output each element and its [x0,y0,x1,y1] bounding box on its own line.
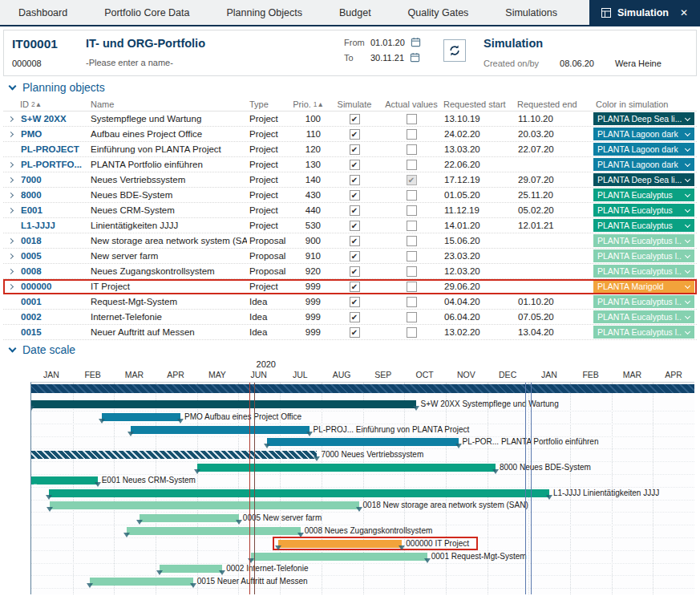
color-in-simulation-dropdown[interactable]: PLANTA Eucalyptus [593,189,694,201]
planning-row-l1-jjjj[interactable]: L1-JJJJLinientätigkeiten JJJJProject530✔… [3,218,697,233]
actual-values-checkbox[interactable] [407,297,417,307]
color-in-simulation-dropdown[interactable]: PLANTA Eucalyptus [593,204,694,217]
simulate-checkbox[interactable]: ✔ [350,327,360,338]
planning-row-7000[interactable]: 7000Neues VertriebssystemProject140✔✔17.… [3,172,697,188]
planning-row-pl-project[interactable]: PL-PROJECTEinführung von PLANTA ProjectP… [3,142,697,157]
object-id-link[interactable]: 0005 [18,251,88,261]
planning-row-000000[interactable]: 000000IT ProjectProject999✔29.06.20PLANT… [3,279,697,294]
actual-values-checkbox[interactable] [407,221,417,231]
expand-chevron-icon[interactable] [3,285,18,289]
simulate-checkbox[interactable]: ✔ [350,129,360,140]
color-in-simulation-dropdown[interactable]: PLANTA Eucalyptus l... [593,326,694,339]
simulate-checkbox[interactable]: ✔ [350,266,360,277]
actual-values-checkbox[interactable] [407,327,417,338]
planning-row-e001[interactable]: E001Neues CRM-SystemProject440✔11.12.190… [3,203,697,218]
gantt-bar-0015[interactable] [90,578,193,586]
expand-chevron-icon[interactable] [3,209,18,213]
simulate-checkbox[interactable]: ✔ [350,312,360,322]
simulate-checkbox[interactable]: ✔ [350,190,360,201]
actual-values-checkbox[interactable] [407,114,417,124]
actual-values-checkbox[interactable] [407,236,417,246]
simulate-checkbox[interactable]: ✔ [350,251,360,262]
object-id-link[interactable]: L1-JJJJ [18,221,88,230]
calendar-icon[interactable] [411,37,421,47]
color-in-simulation-dropdown[interactable]: PLANTA Deep Sea li... [593,112,694,125]
nav-tab-dashboard[interactable]: Dashboard [0,0,86,25]
simulate-checkbox[interactable]: ✔ [350,282,360,292]
planning-row-8000[interactable]: 8000Neues BDE-SystemProject430✔01.05.202… [3,188,697,203]
column-header-reqstart[interactable]: Requested start [441,99,515,109]
actual-values-checkbox[interactable] [407,282,417,292]
expand-chevron-icon[interactable] [3,239,18,243]
column-header-simulate[interactable]: Simulate [327,99,382,109]
timescale-bar[interactable] [31,384,694,393]
nav-tab-simulation-active[interactable]: Simulation ✕ [589,0,700,25]
column-header-id[interactable]: ID2▲ [18,99,88,109]
planning-row-0005[interactable]: 0005New server farmProposal910✔23.03.20P… [3,249,697,264]
object-id-link[interactable]: 0015 [18,327,88,337]
column-header-prio[interactable]: Prio.1▲ [293,99,327,109]
color-in-simulation-dropdown[interactable]: PLANTA Lagoon dark [593,158,694,171]
column-header-actual[interactable]: Actual values [382,99,441,109]
actual-values-checkbox[interactable] [407,190,417,201]
nav-tab-quality-gates[interactable]: Quality Gates [390,0,488,25]
planning-row-s-w-20xx[interactable]: S+W 20XXSystempflege und WartungProject1… [3,111,697,127]
color-in-simulation-dropdown[interactable]: PLANTA Eucalyptus l... [593,295,694,308]
gantt-bar-s-w-20xx[interactable] [31,400,416,408]
expand-chevron-icon[interactable] [3,254,18,258]
object-id-link[interactable]: E001 [18,205,88,215]
nav-tab-budget[interactable]: Budget [321,0,390,25]
expand-chevron-icon[interactable] [3,163,18,167]
expand-chevron-icon[interactable] [3,132,18,136]
expand-chevron-icon[interactable] [3,117,18,121]
column-header-reqend[interactable]: Requested end [515,99,593,109]
gantt-bar-l1-jjjj[interactable] [49,489,549,497]
simulate-checkbox[interactable]: ✔ [350,114,360,124]
actual-values-checkbox[interactable]: ✔ [407,175,417,185]
gantt-bar-pl-portfolio[interactable] [267,438,458,446]
gantt-bar-pmo[interactable] [102,413,180,421]
column-header-color[interactable]: Color in simulation [593,99,696,109]
actual-values-checkbox[interactable] [407,251,417,262]
color-in-simulation-dropdown[interactable]: PLANTA Eucalyptus l... [593,249,694,262]
planning-row-pmo[interactable]: PMOAufbau eines Project OfficeProject110… [3,127,697,142]
expand-chevron-icon[interactable] [3,270,18,274]
column-header-name[interactable]: Name [88,99,247,109]
gantt-bar-0008[interactable] [127,527,301,535]
simulate-checkbox[interactable]: ✔ [350,160,360,170]
nav-tab-portfolio-core-data[interactable]: Portfolio Core Data [86,0,208,25]
gantt-bar-000000[interactable] [278,540,403,548]
nav-tab-simulations[interactable]: Simulations [487,0,576,25]
nav-tab-planning-objects[interactable]: Planning Objects [208,0,321,25]
color-in-simulation-dropdown[interactable]: PLANTA Lagoon dark [593,128,694,140]
simulate-checkbox[interactable]: ✔ [350,175,360,185]
planning-row-0008[interactable]: 0008Neues ZugangskontrollsystemProposal9… [3,264,697,279]
actual-values-checkbox[interactable] [407,205,417,216]
planning-row-0015[interactable]: 0015Neuer Auftritt auf MessenIdea999✔13.… [3,325,697,340]
gantt-bar-0002[interactable] [160,565,222,573]
object-id-link[interactable]: PL-PROJECT [18,144,88,154]
color-in-simulation-dropdown[interactable]: PLANTA Deep Sea li... [593,173,694,186]
simulate-checkbox[interactable]: ✔ [350,221,360,231]
object-id-link[interactable]: 0008 [18,266,88,276]
object-id-link[interactable]: PMO [18,129,88,139]
refresh-button[interactable] [443,39,466,62]
simulate-checkbox[interactable]: ✔ [350,297,360,307]
color-in-simulation-dropdown[interactable]: PLANTA Eucalyptus l... [593,234,694,247]
object-id-link[interactable]: 7000 [18,175,88,184]
from-date-value[interactable]: 01.01.20 [370,38,405,47]
planning-row-0001[interactable]: 0001Request-Mgt-SystemIdea999✔04.04.2001… [3,294,697,310]
expand-chevron-icon[interactable] [3,193,18,197]
simulate-checkbox[interactable]: ✔ [350,144,360,155]
color-in-simulation-dropdown[interactable]: PLANTA Eucalyptus l... [593,310,694,323]
planning-row-0002[interactable]: 0002Internet-TelefonieIdea999✔06.04.2007… [3,310,697,325]
object-id-link[interactable]: PL-PORTFO... [18,160,88,169]
gantt-bar-e001[interactable]: « [31,476,98,485]
date-scale-section-header[interactable]: Date scale [0,340,700,359]
object-id-link[interactable]: 0002 [18,312,88,322]
actual-values-checkbox[interactable] [407,129,417,140]
gantt-bar-0018[interactable] [50,501,358,509]
planning-objects-section-header[interactable]: Planning objects [0,78,700,97]
actual-values-checkbox[interactable] [407,144,417,155]
expand-chevron-icon[interactable] [3,178,18,182]
